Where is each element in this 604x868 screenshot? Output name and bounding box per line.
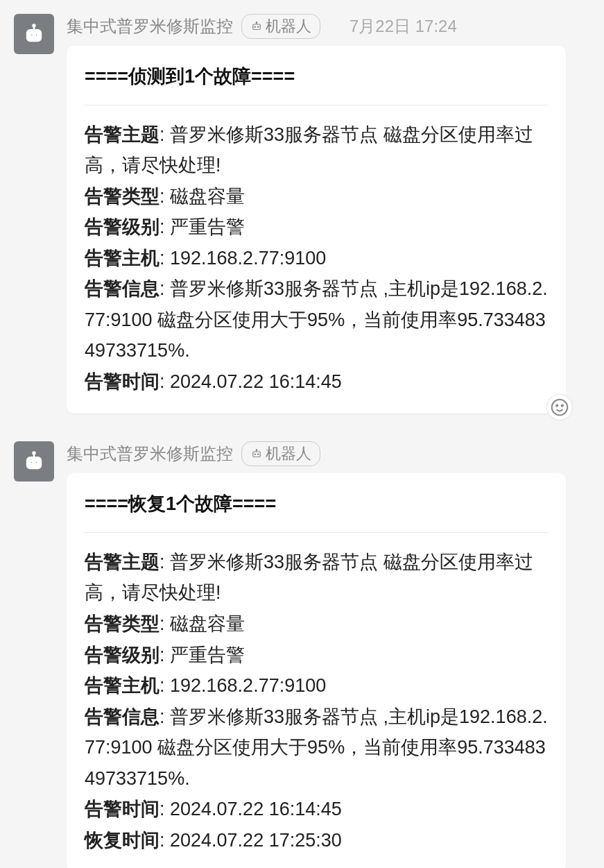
svg-point-14 — [31, 461, 33, 464]
svg-point-7 — [256, 22, 257, 24]
field-label: 告警时间 — [85, 371, 159, 392]
avatar — [14, 14, 54, 54]
reaction-button[interactable] — [546, 394, 573, 420]
field-line: 告警时间: 2024.07.22 16:14:45 — [85, 794, 548, 825]
svg-point-15 — [35, 461, 38, 464]
bot-label: 机器人 — [266, 16, 311, 37]
field-value: 192.168.2.77:9100 — [170, 248, 326, 269]
field-value: 磁盘容量 — [170, 613, 245, 634]
svg-point-8 — [254, 26, 255, 27]
card-title: ====侦测到1个故障==== — [85, 62, 548, 91]
svg-point-10 — [552, 400, 568, 416]
field-label: 告警类型 — [85, 613, 159, 634]
field-line: 告警时间: 2024.07.22 16:14:45 — [85, 366, 548, 398]
svg-rect-0 — [27, 30, 41, 41]
alert-card[interactable]: ====恢复1个故障==== 告警主题: 普罗米修斯33服务器节点 磁盘分区使用… — [67, 473, 566, 868]
bot-tag: 机器人 — [241, 14, 320, 39]
field-line: 告警类型: 磁盘容量 — [85, 181, 548, 212]
svg-point-17 — [33, 452, 35, 454]
robot-small-icon — [250, 448, 263, 460]
field-line: 恢复时间: 2024.07.22 17:25:30 — [85, 825, 548, 856]
svg-rect-5 — [253, 24, 261, 30]
robot-icon — [22, 22, 46, 46]
svg-point-9 — [258, 26, 259, 27]
field-label: 告警主机 — [85, 675, 159, 696]
field-label: 告警级别 — [85, 645, 159, 665]
svg-rect-18 — [253, 452, 261, 457]
message-content: 集中式普罗米修斯监控 机器人 7月22日 17:24 ====侦测到1个故障==… — [67, 14, 590, 414]
field-line: 告警级别: 严重告警 — [85, 212, 548, 243]
sender-name: 集中式普罗米修斯监控 — [67, 443, 233, 465]
field-line: 告警主题: 普罗米修斯33服务器节点 磁盘分区使用率过高，请尽快处理! — [85, 547, 548, 609]
field-line: 告警信息: 普罗米修斯33服务器节点 ,主机ip是192.168.2.77:91… — [85, 701, 548, 794]
field-line: 告警主题: 普罗米修斯33服务器节点 磁盘分区使用率过高，请尽快处理! — [85, 119, 548, 181]
field-line: 告警信息: 普罗米修斯33服务器节点 ,主机ip是192.168.2.77:91… — [85, 273, 548, 366]
field-value: 严重告警 — [170, 645, 245, 665]
svg-point-11 — [556, 405, 558, 407]
message-block: 集中式普罗米修斯监控 机器人 7月22日 17:24 ====侦测到1个故障==… — [0, 7, 604, 420]
field-label: 告警信息 — [85, 706, 159, 727]
field-line: 告警主机: 192.168.2.77:9100 — [85, 670, 548, 701]
field-label: 告警信息 — [85, 278, 159, 299]
message-block: 集中式普罗米修斯监控 机器人 ====恢复1个故障==== 告警主题: 普罗米修… — [0, 434, 604, 868]
field-value: 2024.07.22 16:14:45 — [170, 371, 342, 392]
field-value: 严重告警 — [170, 216, 245, 237]
field-label: 告警级别 — [85, 216, 159, 237]
svg-point-4 — [33, 25, 35, 27]
field-label: 告警主题 — [85, 124, 159, 145]
field-value: 磁盘容量 — [170, 186, 245, 207]
field-line: 告警主机: 192.168.2.77:9100 — [85, 243, 548, 274]
svg-point-1 — [31, 34, 33, 37]
robot-icon — [22, 450, 46, 473]
alert-card[interactable]: ====侦测到1个故障==== 告警主题: 普罗米修斯33服务器节点 磁盘分区使… — [67, 46, 566, 414]
svg-point-22 — [258, 454, 259, 455]
field-line: 告警类型: 磁盘容量 — [85, 609, 548, 640]
svg-point-12 — [562, 405, 563, 407]
svg-rect-13 — [27, 458, 41, 469]
field-label: 告警主机 — [85, 248, 159, 269]
field-label: 告警主题 — [85, 552, 159, 572]
field-label: 告警类型 — [85, 186, 159, 207]
field-value: 2024.07.22 16:14:45 — [170, 799, 342, 819]
field-label: 恢复时间 — [85, 830, 159, 851]
smile-icon — [549, 397, 570, 418]
message-header: 集中式普罗米修斯监控 机器人 7月22日 17:24 — [67, 14, 590, 39]
robot-small-icon — [250, 20, 263, 33]
divider — [85, 105, 548, 105]
bot-tag: 机器人 — [241, 441, 320, 466]
avatar — [14, 441, 54, 482]
divider — [85, 532, 548, 533]
svg-point-2 — [35, 34, 38, 37]
timestamp: 7月22日 17:24 — [350, 15, 457, 37]
message-header: 集中式普罗米修斯监控 机器人 — [67, 441, 590, 466]
field-line: 告警级别: 严重告警 — [85, 640, 548, 671]
card-title: ====恢复1个故障==== — [85, 490, 548, 518]
bot-label: 机器人 — [266, 443, 311, 464]
field-value: 192.168.2.77:9100 — [170, 675, 326, 696]
sender-name: 集中式普罗米修斯监控 — [67, 15, 233, 37]
message-content: 集中式普罗米修斯监控 机器人 ====恢复1个故障==== 告警主题: 普罗米修… — [67, 441, 590, 868]
svg-point-20 — [256, 450, 257, 451]
svg-point-21 — [254, 454, 255, 455]
field-value: 2024.07.22 17:25:30 — [170, 830, 342, 851]
field-label: 告警时间 — [85, 799, 159, 819]
